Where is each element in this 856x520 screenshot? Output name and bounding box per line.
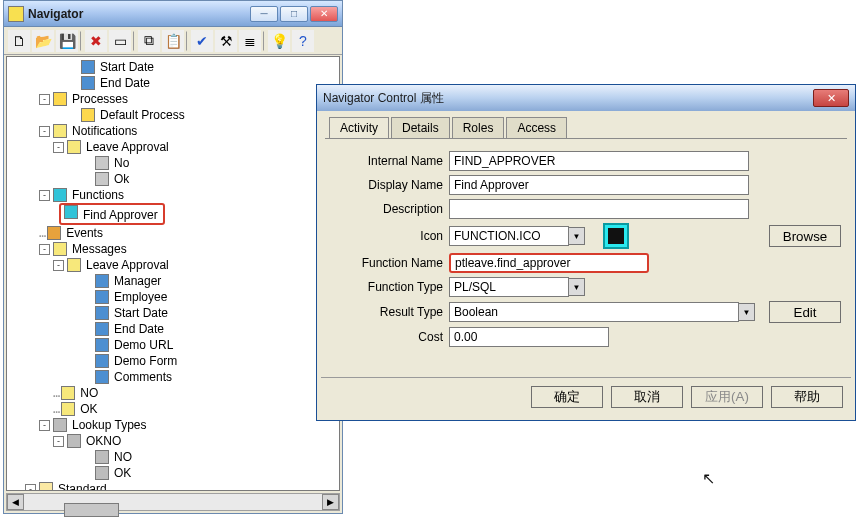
dialog-close-button[interactable]: ✕ — [813, 89, 849, 107]
tree-item[interactable]: NO — [78, 385, 100, 401]
tree-item[interactable]: Leave Approval — [84, 257, 171, 273]
copy-icon[interactable]: ⧉ — [138, 30, 160, 52]
tab-activity[interactable]: Activity — [329, 117, 389, 138]
tree-item[interactable]: Employee — [112, 289, 169, 305]
open-icon[interactable]: 📂 — [32, 30, 54, 52]
label-icon: Icon — [331, 229, 449, 243]
field-cost[interactable]: 0.00 — [449, 327, 609, 347]
tree-item[interactable]: Start Date — [98, 59, 156, 75]
attr-icon — [95, 274, 109, 288]
tab-access[interactable]: Access — [506, 117, 567, 138]
list-icon[interactable]: ≣ — [239, 30, 261, 52]
collapse-icon[interactable]: - — [53, 142, 64, 153]
collapse-icon[interactable]: - — [25, 484, 36, 492]
label-resulttype: Result Type — [331, 305, 449, 319]
tree-item[interactable]: Processes — [70, 91, 130, 107]
tree-item[interactable]: Lookup Types — [70, 417, 149, 433]
collapse-icon[interactable]: - — [39, 126, 50, 137]
attr-icon — [95, 322, 109, 336]
dialog-title: Navigator Control 属性 — [323, 90, 813, 107]
tree-item[interactable]: NO — [112, 449, 134, 465]
tree-item[interactable]: Standard — [56, 481, 109, 491]
bulb-icon[interactable]: 💡 — [268, 30, 290, 52]
result-icon — [95, 172, 109, 186]
close-button[interactable]: ✕ — [310, 6, 338, 22]
lookup-icon — [95, 450, 109, 464]
tree-item[interactable]: OK — [78, 401, 99, 417]
help-icon[interactable]: ? — [292, 30, 314, 52]
label-description: Description — [331, 202, 449, 216]
field-displayname[interactable]: Find Approver — [449, 175, 749, 195]
tree-item[interactable]: End Date — [112, 321, 166, 337]
edit-button[interactable]: Edit — [769, 301, 841, 323]
result-icon — [95, 156, 109, 170]
tree-item[interactable]: Default Process — [98, 107, 187, 123]
messages-icon — [53, 242, 67, 256]
paste-icon[interactable]: 📋 — [162, 30, 184, 52]
scroll-left-button[interactable]: ◀ — [7, 494, 24, 510]
minimize-button[interactable]: ─ — [250, 6, 278, 22]
scroll-thumb[interactable] — [64, 503, 119, 517]
collapse-icon[interactable]: - — [53, 260, 64, 271]
save-icon[interactable]: 💾 — [56, 30, 78, 52]
hscrollbar[interactable]: ◀ ▶ — [6, 493, 340, 511]
tab-details[interactable]: Details — [391, 117, 450, 138]
events-icon — [47, 226, 61, 240]
notif-icon — [67, 140, 81, 154]
ok-button[interactable]: 确定 — [531, 386, 603, 408]
tree-item[interactable]: OK — [112, 465, 133, 481]
attr-icon — [95, 338, 109, 352]
collapse-icon[interactable]: - — [39, 190, 50, 201]
selected-node: Find Approver — [59, 203, 165, 225]
tree-item[interactable]: Notifications — [70, 123, 139, 139]
collapse-icon[interactable]: - — [39, 94, 50, 105]
tree-item[interactable]: Demo Form — [112, 353, 179, 369]
help-button[interactable]: 帮助 — [771, 386, 843, 408]
maximize-button[interactable]: □ — [280, 6, 308, 22]
field-functionname[interactable]: ptleave.find_approver — [449, 253, 649, 273]
tree-item[interactable]: Ok — [112, 171, 131, 187]
tree-item[interactable]: Comments — [112, 369, 174, 385]
cancel-button[interactable]: 取消 — [611, 386, 683, 408]
collapse-icon[interactable]: - — [39, 420, 50, 431]
field-functiontype[interactable]: PL/SQL — [449, 277, 569, 297]
process-icon — [53, 92, 67, 106]
tree-item[interactable]: Manager — [112, 273, 163, 289]
tree-item[interactable]: Messages — [70, 241, 129, 257]
notif-icon — [53, 124, 67, 138]
sep — [133, 31, 136, 51]
hammer-icon[interactable]: ⚒ — [215, 30, 237, 52]
tree-item[interactable]: Start Date — [112, 305, 170, 321]
tree-item[interactable]: Demo URL — [112, 337, 175, 353]
dropdown-icon[interactable]: ▼ — [569, 227, 585, 245]
field-internalname[interactable]: FIND_APPROVER — [449, 151, 749, 171]
browse-button[interactable]: Browse — [769, 225, 841, 247]
tree-item[interactable]: Events — [64, 225, 105, 241]
delete-icon[interactable]: ✖ — [85, 30, 107, 52]
check-icon[interactable]: ✔ — [191, 30, 213, 52]
tree-item-findapprover[interactable]: Find Approver — [81, 208, 160, 222]
sep — [80, 31, 83, 51]
tree-item[interactable]: Functions — [70, 187, 126, 203]
field-icon[interactable]: FUNCTION.ICO — [449, 226, 569, 246]
label-functiontype: Function Type — [331, 280, 449, 294]
tree-item[interactable]: OKNO — [84, 433, 123, 449]
dialog-titlebar[interactable]: Navigator Control 属性 ✕ — [317, 85, 855, 111]
props-icon[interactable]: ▭ — [109, 30, 131, 52]
field-resulttype[interactable]: Boolean — [449, 302, 739, 322]
icon-preview — [603, 223, 629, 249]
tree-item[interactable]: No — [112, 155, 131, 171]
field-description[interactable] — [449, 199, 749, 219]
dropdown-icon[interactable]: ▼ — [739, 303, 755, 321]
collapse-icon[interactable]: - — [53, 436, 64, 447]
titlebar[interactable]: Navigator ─ □ ✕ — [4, 1, 342, 27]
scroll-right-button[interactable]: ▶ — [322, 494, 339, 510]
tab-roles[interactable]: Roles — [452, 117, 505, 138]
collapse-icon[interactable]: - — [39, 244, 50, 255]
tree-view[interactable]: Start Date End Date -Processes Default P… — [6, 56, 340, 491]
new-icon[interactable]: 🗋 — [8, 30, 30, 52]
dropdown-icon[interactable]: ▼ — [569, 278, 585, 296]
apply-button[interactable]: 应用(A) — [691, 386, 763, 408]
tree-item[interactable]: Leave Approval — [84, 139, 171, 155]
tree-item[interactable]: End Date — [98, 75, 152, 91]
